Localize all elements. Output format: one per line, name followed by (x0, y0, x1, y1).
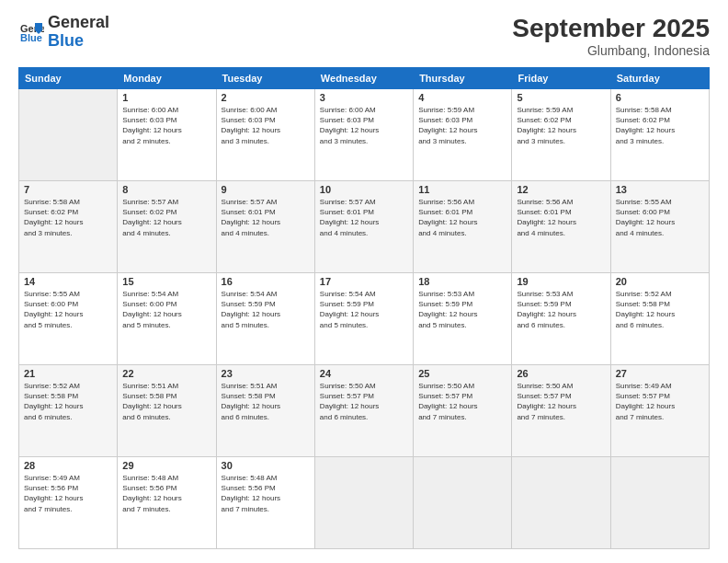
day-cell: 2Sunrise: 6:00 AM Sunset: 6:03 PM Daylig… (216, 89, 314, 181)
day-info: Sunrise: 5:50 AM Sunset: 5:57 PM Dayligh… (418, 381, 506, 422)
day-info: Sunrise: 5:57 AM Sunset: 6:01 PM Dayligh… (320, 197, 408, 238)
day-cell: 6Sunrise: 5:58 AM Sunset: 6:02 PM Daylig… (610, 89, 709, 181)
month-title: September 2025 (512, 14, 710, 43)
day-number: 12 (517, 184, 605, 195)
day-number: 15 (122, 276, 210, 287)
day-number: 3 (320, 92, 408, 103)
day-cell: 28Sunrise: 5:49 AM Sunset: 5:56 PM Dayli… (19, 457, 118, 549)
day-number: 6 (616, 92, 704, 103)
day-number: 27 (616, 368, 704, 379)
day-cell: 26Sunrise: 5:50 AM Sunset: 5:57 PM Dayli… (512, 365, 610, 457)
day-number: 29 (122, 460, 210, 471)
day-cell: 20Sunrise: 5:52 AM Sunset: 5:58 PM Dayli… (610, 273, 709, 365)
day-number: 30 (222, 460, 310, 471)
day-info: Sunrise: 5:51 AM Sunset: 5:58 PM Dayligh… (122, 381, 210, 422)
day-number: 1 (122, 92, 210, 103)
day-cell: 17Sunrise: 5:54 AM Sunset: 5:59 PM Dayli… (314, 273, 413, 365)
day-cell (414, 457, 512, 549)
day-info: Sunrise: 5:52 AM Sunset: 5:58 PM Dayligh… (616, 289, 704, 330)
svg-text:Blue: Blue (20, 32, 42, 43)
day-info: Sunrise: 5:54 AM Sunset: 5:59 PM Dayligh… (320, 289, 408, 330)
day-cell: 22Sunrise: 5:51 AM Sunset: 5:58 PM Dayli… (118, 365, 216, 457)
logo: General Blue General Blue (18, 14, 109, 51)
day-cell: 10Sunrise: 5:57 AM Sunset: 6:01 PM Dayli… (314, 181, 413, 273)
day-cell: 30Sunrise: 5:48 AM Sunset: 5:56 PM Dayli… (216, 457, 314, 549)
col-header-saturday: Saturday (610, 68, 709, 89)
day-cell: 8Sunrise: 5:57 AM Sunset: 6:02 PM Daylig… (118, 181, 216, 273)
week-row-3: 14Sunrise: 5:55 AM Sunset: 6:00 PM Dayli… (19, 273, 710, 365)
day-info: Sunrise: 5:56 AM Sunset: 6:01 PM Dayligh… (418, 197, 506, 238)
day-info: Sunrise: 5:54 AM Sunset: 6:00 PM Dayligh… (122, 289, 210, 330)
day-info: Sunrise: 5:57 AM Sunset: 6:02 PM Dayligh… (122, 197, 210, 238)
day-number: 9 (222, 184, 310, 195)
col-header-monday: Monday (118, 68, 216, 89)
day-number: 19 (517, 276, 605, 287)
day-number: 22 (122, 368, 210, 379)
day-cell: 14Sunrise: 5:55 AM Sunset: 6:00 PM Dayli… (19, 273, 118, 365)
day-cell (610, 457, 709, 549)
day-number: 26 (517, 368, 605, 379)
day-number: 25 (418, 368, 506, 379)
week-row-4: 21Sunrise: 5:52 AM Sunset: 5:58 PM Dayli… (19, 365, 710, 457)
day-cell: 24Sunrise: 5:50 AM Sunset: 5:57 PM Dayli… (314, 365, 413, 457)
day-info: Sunrise: 5:49 AM Sunset: 5:57 PM Dayligh… (616, 381, 704, 422)
day-cell (512, 457, 610, 549)
day-number: 8 (122, 184, 210, 195)
day-cell: 15Sunrise: 5:54 AM Sunset: 6:00 PM Dayli… (118, 273, 216, 365)
day-cell: 7Sunrise: 5:58 AM Sunset: 6:02 PM Daylig… (19, 181, 118, 273)
day-number: 7 (24, 184, 112, 195)
header-row: SundayMondayTuesdayWednesdayThursdayFrid… (19, 68, 710, 89)
day-number: 28 (24, 460, 112, 471)
col-header-friday: Friday (512, 68, 610, 89)
day-info: Sunrise: 5:52 AM Sunset: 5:58 PM Dayligh… (24, 381, 112, 422)
day-cell: 18Sunrise: 5:53 AM Sunset: 5:59 PM Dayli… (414, 273, 512, 365)
day-info: Sunrise: 5:53 AM Sunset: 5:59 PM Dayligh… (517, 289, 605, 330)
day-number: 21 (24, 368, 112, 379)
day-number: 14 (24, 276, 112, 287)
day-number: 10 (320, 184, 408, 195)
day-number: 23 (222, 368, 310, 379)
day-cell: 11Sunrise: 5:56 AM Sunset: 6:01 PM Dayli… (414, 181, 512, 273)
day-info: Sunrise: 5:56 AM Sunset: 6:01 PM Dayligh… (517, 197, 605, 238)
calendar-table: SundayMondayTuesdayWednesdayThursdayFrid… (18, 67, 710, 549)
day-info: Sunrise: 5:51 AM Sunset: 5:58 PM Dayligh… (222, 381, 310, 422)
week-row-2: 7Sunrise: 5:58 AM Sunset: 6:02 PM Daylig… (19, 181, 710, 273)
location: Glumbang, Indonesia (512, 43, 710, 58)
day-info: Sunrise: 5:50 AM Sunset: 5:57 PM Dayligh… (517, 381, 605, 422)
day-cell: 13Sunrise: 5:55 AM Sunset: 6:00 PM Dayli… (610, 181, 709, 273)
day-info: Sunrise: 6:00 AM Sunset: 6:03 PM Dayligh… (320, 105, 408, 146)
day-number: 2 (222, 92, 310, 103)
day-info: Sunrise: 5:55 AM Sunset: 6:00 PM Dayligh… (24, 289, 112, 330)
day-cell: 1Sunrise: 6:00 AM Sunset: 6:03 PM Daylig… (118, 89, 216, 181)
day-cell: 5Sunrise: 5:59 AM Sunset: 6:02 PM Daylig… (512, 89, 610, 181)
day-info: Sunrise: 6:00 AM Sunset: 6:03 PM Dayligh… (222, 105, 310, 146)
header: General Blue General Blue September 2025… (18, 14, 710, 58)
col-header-thursday: Thursday (414, 68, 512, 89)
day-cell: 21Sunrise: 5:52 AM Sunset: 5:58 PM Dayli… (19, 365, 118, 457)
day-info: Sunrise: 5:57 AM Sunset: 6:01 PM Dayligh… (222, 197, 310, 238)
day-cell: 27Sunrise: 5:49 AM Sunset: 5:57 PM Dayli… (610, 365, 709, 457)
col-header-tuesday: Tuesday (216, 68, 314, 89)
day-info: Sunrise: 5:48 AM Sunset: 5:56 PM Dayligh… (222, 473, 310, 514)
day-info: Sunrise: 5:59 AM Sunset: 6:03 PM Dayligh… (418, 105, 506, 146)
day-number: 13 (616, 184, 704, 195)
week-row-1: 1Sunrise: 6:00 AM Sunset: 6:03 PM Daylig… (19, 89, 710, 181)
day-cell: 12Sunrise: 5:56 AM Sunset: 6:01 PM Dayli… (512, 181, 610, 273)
col-header-wednesday: Wednesday (314, 68, 413, 89)
week-row-5: 28Sunrise: 5:49 AM Sunset: 5:56 PM Dayli… (19, 457, 710, 549)
day-info: Sunrise: 5:58 AM Sunset: 6:02 PM Dayligh… (24, 197, 112, 238)
day-cell: 4Sunrise: 5:59 AM Sunset: 6:03 PM Daylig… (414, 89, 512, 181)
day-number: 18 (418, 276, 506, 287)
day-info: Sunrise: 5:49 AM Sunset: 5:56 PM Dayligh… (24, 473, 112, 514)
day-cell: 25Sunrise: 5:50 AM Sunset: 5:57 PM Dayli… (414, 365, 512, 457)
day-cell: 19Sunrise: 5:53 AM Sunset: 5:59 PM Dayli… (512, 273, 610, 365)
day-info: Sunrise: 5:58 AM Sunset: 6:02 PM Dayligh… (616, 105, 704, 146)
page: General Blue General Blue September 2025… (0, 0, 728, 563)
day-number: 20 (616, 276, 704, 287)
day-info: Sunrise: 5:54 AM Sunset: 5:59 PM Dayligh… (222, 289, 310, 330)
day-info: Sunrise: 5:55 AM Sunset: 6:00 PM Dayligh… (616, 197, 704, 238)
day-cell (19, 89, 118, 181)
day-number: 4 (418, 92, 506, 103)
day-number: 16 (222, 276, 310, 287)
day-cell: 29Sunrise: 5:48 AM Sunset: 5:56 PM Dayli… (118, 457, 216, 549)
